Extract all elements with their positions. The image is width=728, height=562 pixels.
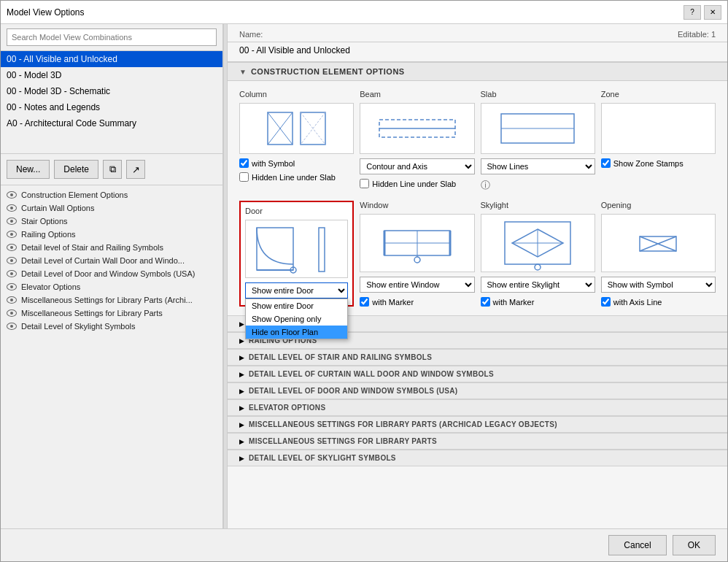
column-label: Column (239, 90, 354, 99)
nav-item-door-window[interactable]: Detail Level of Door and Window Symbols … (1, 267, 222, 280)
list-item-0[interactable]: 00 - All Visible and Unlocked (1, 51, 222, 67)
skylight-label: Skylight (481, 201, 595, 209)
door-window-usa-title: DETAIL LEVEL OF DOOR AND WINDOW SYMBOLS … (249, 387, 457, 395)
help-button[interactable]: ? (684, 5, 701, 20)
door-option-show-opening[interactable]: Show Opening only (246, 312, 347, 326)
eye-icon-construction (7, 191, 17, 199)
opening-axis-label: with Axis Line (601, 297, 716, 307)
dialog-window: Model View Options ? ✕ 00 - All Visible … (0, 0, 728, 562)
svg-point-19 (414, 257, 420, 263)
misc-legacy-header[interactable]: ▶ MISCELLANEOUS SETTINGS FOR LIBRARY PAR… (228, 416, 727, 433)
right-panel-spacer (228, 466, 727, 528)
misc-legacy-title: MISCELLANEOUS SETTINGS FOR LIBRARY PARTS… (249, 420, 557, 428)
nav-item-construction[interactable]: Construction Element Options (1, 188, 222, 201)
nav-item-railing[interactable]: Railing Options (1, 228, 222, 241)
column-preview (239, 103, 354, 154)
dialog-body: 00 - All Visible and Unlocked 00 - Model… (1, 24, 727, 528)
elevator-header[interactable]: ▶ ELEVATOR OPTIONS (228, 399, 727, 416)
close-button[interactable]: ✕ (704, 5, 721, 20)
search-box (1, 24, 222, 51)
eye-icon-misc (7, 309, 17, 317)
column-hidden-line-checkbox[interactable] (239, 172, 249, 182)
list-item-4[interactable]: A0 - Architectural Code Summary (1, 115, 222, 131)
second-grid: Door (228, 201, 727, 315)
eye-icon-stair (7, 218, 17, 225)
elevator-title: ELEVATOR OPTIONS (249, 404, 325, 412)
delete-button[interactable]: Delete (54, 160, 98, 179)
zone-stamps-checkbox[interactable] (601, 158, 611, 168)
nav-item-stair-railing[interactable]: Detail level of Stair and Railing Symbol… (1, 241, 222, 254)
opening-dropdown[interactable]: Show with Symbol Show Opening only Hide (601, 277, 716, 293)
title-bar-controls: ? ✕ (684, 5, 721, 20)
ok-button[interactable]: OK (673, 535, 716, 555)
nav-item-stair[interactable]: Stair Options (1, 215, 222, 228)
door-dropdown-menu: Show entire Door Show Opening only Hide … (245, 299, 348, 339)
column-with-symbol-checkbox[interactable] (239, 158, 249, 168)
nav-item-misc[interactable]: Miscellaneous Settings for Library Parts (1, 307, 222, 320)
misc-library-header[interactable]: ▶ MISCELLANEOUS SETTINGS FOR LIBRARY PAR… (228, 433, 727, 450)
zone-checkbox-label: Show Zone Stamps (601, 158, 684, 168)
construction-section-title: CONSTRUCTION ELEMENT OPTIONS (251, 67, 405, 76)
door-option-show-entire[interactable]: Show entire Door (246, 299, 347, 312)
zone-preview (601, 103, 716, 154)
title-bar: Model View Options ? ✕ (1, 1, 727, 24)
eye-icon-misc-archi (7, 296, 17, 304)
opening-label: Opening (601, 201, 716, 209)
list-buttons: New... Delete ⧉ ↗ (1, 153, 222, 185)
window-marker-checkbox[interactable] (360, 297, 369, 307)
slab-dropdown[interactable]: Show Lines Contour Only Hide (481, 158, 595, 174)
section-arrow-construction: ▼ (239, 68, 247, 76)
skylight-symbols-header[interactable]: ▶ DETAIL LEVEL OF SKYLIGHT SYMBOLS (228, 450, 727, 466)
beam-dropdown[interactable]: Contour and Axis Contour Only Axis Only … (360, 158, 474, 174)
door-dropdown[interactable]: Show entire Door Show Opening only Hide … (245, 282, 348, 299)
curtain-wall-symbols-header[interactable]: ▶ DETAIL LEVEL OF CURTAIN WALL DOOR AND … (228, 366, 727, 382)
beam-hidden-checkbox[interactable] (360, 179, 369, 188)
new-button[interactable]: New... (7, 160, 50, 179)
dialog-footer: Cancel OK (1, 528, 727, 561)
column-card: Column wi (239, 90, 354, 192)
window-dropdown[interactable]: Show entire Window Show Opening only Hid… (360, 277, 474, 293)
slab-info-container: ⓘ (481, 179, 595, 192)
zone-label: Zone (601, 90, 716, 99)
eye-icon-elevator (7, 283, 17, 290)
slab-dropdown-container: Show Lines Contour Only Hide (481, 158, 595, 174)
list-item-3[interactable]: 00 - Notes and Legends (1, 99, 222, 115)
right-header: Name: Editable: 1 (228, 24, 727, 42)
beam-hidden-label: Hidden Line under Slab (360, 179, 456, 188)
opening-axis-checkbox[interactable] (601, 297, 611, 307)
curtain-wall-title: DETAIL LEVEL OF CURTAIN WALL DOOR AND WI… (249, 370, 494, 378)
eye-icon-railing (7, 231, 17, 238)
window-preview (360, 214, 474, 272)
left-panel: 00 - All Visible and Unlocked 00 - Model… (1, 24, 223, 528)
stair-railing-symbols-header[interactable]: ▶ DETAIL LEVEL OF STAIR AND RAILING SYMB… (228, 349, 727, 366)
skylight-dropdown[interactable]: Show entire Skylight Show Opening only H… (481, 277, 595, 293)
window-marker-label: with Marker (360, 297, 474, 307)
beam-dropdown-container: Contour and Axis Contour Only Axis Only … (360, 158, 474, 174)
list-item-2[interactable]: 00 - Model 3D - Schematic (1, 83, 222, 99)
nav-item-curtain[interactable]: Curtain Wall Options (1, 201, 222, 215)
search-input[interactable] (7, 28, 217, 46)
misc-legacy-arrow: ▶ (239, 421, 244, 428)
door-window-usa-header[interactable]: ▶ DETAIL LEVEL OF DOOR AND WINDOW SYMBOL… (228, 382, 727, 399)
door-option-hide[interactable]: Hide on Floor Plan (246, 326, 347, 339)
export-button[interactable]: ↗ (126, 160, 145, 179)
nav-item-skylight[interactable]: Detail Level of Skylight Symbols (1, 320, 222, 333)
zone-checkbox-container: Show Zone Stamps (601, 158, 716, 168)
stair-railing-arrow: ▶ (239, 354, 244, 361)
skylight-symbols-arrow: ▶ (239, 455, 244, 462)
nav-item-misc-archi[interactable]: Miscellaneous Settings for Library Parts… (1, 293, 222, 307)
nav-item-curtain-wall[interactable]: Detail Level of Curtain Wall Door and Wi… (1, 254, 222, 267)
door-dropdown-container: Show entire Door Show Opening only Hide … (245, 282, 348, 299)
window-label: Window (360, 201, 474, 209)
eye-icon-stair-railing (7, 244, 17, 251)
svg-rect-13 (319, 228, 325, 272)
copy-button[interactable]: ⧉ (103, 160, 122, 179)
construction-section-header[interactable]: ▼ CONSTRUCTION ELEMENT OPTIONS (228, 62, 727, 81)
skylight-marker-checkbox[interactable] (481, 297, 490, 307)
column-checkbox-label: with Symbol (239, 158, 295, 168)
svg-point-25 (535, 264, 541, 270)
nav-item-elevator[interactable]: Elevator Options (1, 280, 222, 293)
editable-label: Editable: 1 (678, 30, 716, 39)
list-item-1[interactable]: 00 - Model 3D (1, 67, 222, 83)
cancel-button[interactable]: Cancel (608, 535, 666, 555)
